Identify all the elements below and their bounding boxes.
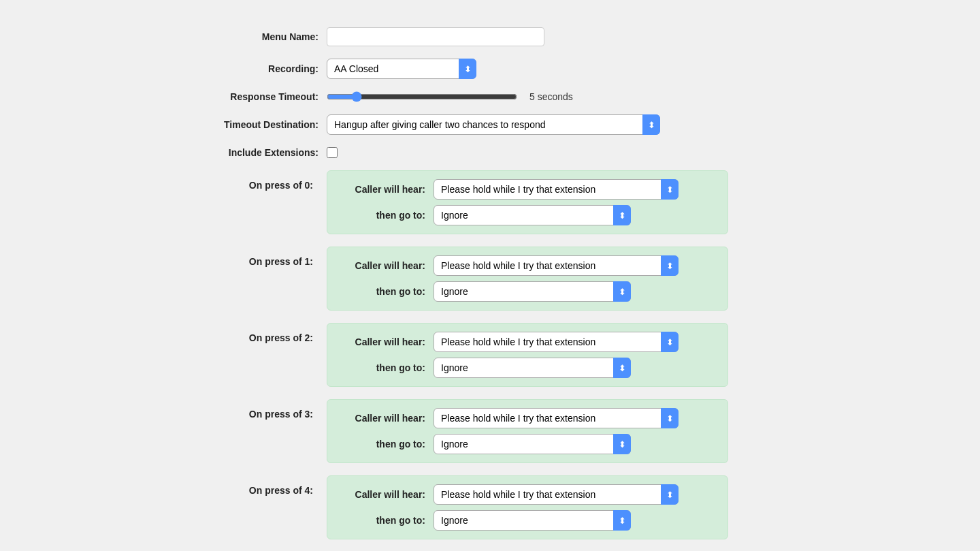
press-card-2: Caller will hear: Please hold while I tr…: [327, 323, 728, 387]
include-extensions-row: Include Extensions:: [177, 147, 803, 158]
press-card-0: Caller will hear: Please hold while I tr…: [327, 170, 728, 234]
press-section-2: On press of 2: Caller will hear: Please …: [177, 323, 803, 387]
then-goto-select-wrapper-0: IgnoreTransferVoicemailHangup: [434, 205, 631, 225]
caller-hear-row-0: Caller will hear: Please hold while I tr…: [338, 179, 717, 200]
include-extensions-control: [327, 147, 803, 158]
response-timeout-control: 5 seconds: [327, 91, 803, 102]
response-timeout-row: Response Timeout: 5 seconds: [177, 91, 803, 102]
press-label-0: On press of 0:: [177, 170, 327, 191]
caller-hear-row-1: Caller will hear: Please hold while I tr…: [338, 255, 717, 276]
then-goto-label-4: then go to:: [338, 515, 434, 526]
then-goto-select-3[interactable]: IgnoreTransferVoicemailHangup: [434, 434, 631, 454]
recording-select[interactable]: AA Closed AA Open AA After Hours: [327, 59, 476, 79]
menu-name-row: Menu Name:: [177, 27, 803, 46]
timeout-destination-select[interactable]: Hangup after giving caller two chances t…: [327, 114, 660, 135]
press-section-4: On press of 4: Caller will hear: Please …: [177, 475, 803, 539]
press-section-3: On press of 3: Caller will hear: Please …: [177, 399, 803, 463]
caller-hear-select-3[interactable]: Please hold while I try that extensionPl…: [434, 408, 679, 428]
then-goto-select-4[interactable]: IgnoreTransferVoicemailHangup: [434, 510, 631, 531]
caller-hear-select-wrapper-3: Please hold while I try that extensionPl…: [434, 408, 679, 428]
menu-name-label: Menu Name:: [177, 31, 327, 42]
caller-hear-select-2[interactable]: Please hold while I try that extensionPl…: [434, 332, 679, 352]
caller-hear-row-2: Caller will hear: Please hold while I tr…: [338, 332, 717, 352]
caller-hear-label-3: Caller will hear:: [338, 413, 434, 424]
press-label-1: On press of 1:: [177, 247, 327, 267]
then-goto-label-1: then go to:: [338, 286, 434, 297]
then-goto-row-3: then go to: IgnoreTransferVoicemailHangu…: [338, 434, 717, 454]
caller-hear-label-0: Caller will hear:: [338, 184, 434, 195]
then-goto-label-0: then go to:: [338, 210, 434, 221]
menu-name-input[interactable]: [327, 27, 544, 46]
caller-hear-row-4: Caller will hear: Please hold while I tr…: [338, 484, 717, 505]
press-card-4: Caller will hear: Please hold while I tr…: [327, 475, 728, 539]
recording-select-wrapper: AA Closed AA Open AA After Hours: [327, 59, 476, 79]
then-goto-select-wrapper-3: IgnoreTransferVoicemailHangup: [434, 434, 631, 454]
then-goto-select-wrapper-2: IgnoreTransferVoicemailHangup: [434, 358, 631, 378]
caller-hear-select-wrapper-4: Please hold while I try that extensionPl…: [434, 484, 679, 505]
timeout-destination-control: Hangup after giving caller two chances t…: [327, 114, 803, 135]
caller-hear-row-3: Caller will hear: Please hold while I tr…: [338, 408, 717, 428]
timeout-destination-row: Timeout Destination: Hangup after giving…: [177, 114, 803, 135]
response-timeout-value: 5 seconds: [529, 91, 573, 102]
then-goto-row-4: then go to: IgnoreTransferVoicemailHangu…: [338, 510, 717, 531]
include-extensions-label: Include Extensions:: [177, 147, 327, 158]
recording-row: Recording: AA Closed AA Open AA After Ho…: [177, 59, 803, 79]
timeout-destination-label: Timeout Destination:: [177, 119, 327, 130]
caller-hear-label-4: Caller will hear:: [338, 489, 434, 500]
press-section-1: On press of 1: Caller will hear: Please …: [177, 247, 803, 311]
then-goto-select-1[interactable]: IgnoreTransferVoicemailHangup: [434, 281, 631, 302]
then-goto-row-1: then go to: IgnoreTransferVoicemailHangu…: [338, 281, 717, 302]
then-goto-row-0: then go to: IgnoreTransferVoicemailHangu…: [338, 205, 717, 225]
then-goto-select-2[interactable]: IgnoreTransferVoicemailHangup: [434, 358, 631, 378]
press-sections-container: On press of 0: Caller will hear: Please …: [177, 170, 803, 539]
response-timeout-slider[interactable]: [327, 91, 517, 102]
then-goto-select-wrapper-1: IgnoreTransferVoicemailHangup: [434, 281, 631, 302]
then-goto-label-2: then go to:: [338, 362, 434, 373]
timeout-dest-select-wrapper: Hangup after giving caller two chances t…: [327, 114, 660, 135]
press-card-1: Caller will hear: Please hold while I tr…: [327, 247, 728, 311]
caller-hear-select-wrapper-1: Please hold while I try that extensionPl…: [434, 255, 679, 276]
menu-name-control: [327, 27, 803, 46]
then-goto-label-3: then go to:: [338, 439, 434, 450]
recording-label: Recording:: [177, 63, 327, 74]
then-goto-select-0[interactable]: IgnoreTransferVoicemailHangup: [434, 205, 631, 225]
recording-control: AA Closed AA Open AA After Hours: [327, 59, 803, 79]
press-label-4: On press of 4:: [177, 475, 327, 496]
press-label-3: On press of 3:: [177, 399, 327, 420]
include-extensions-checkbox[interactable]: [327, 147, 338, 158]
caller-hear-select-wrapper-2: Please hold while I try that extensionPl…: [434, 332, 679, 352]
caller-hear-select-1[interactable]: Please hold while I try that extensionPl…: [434, 255, 679, 276]
caller-hear-select-wrapper-0: Please hold while I try that extensionPl…: [434, 179, 679, 200]
then-goto-select-wrapper-4: IgnoreTransferVoicemailHangup: [434, 510, 631, 531]
then-goto-row-2: then go to: IgnoreTransferVoicemailHangu…: [338, 358, 717, 378]
caller-hear-label-2: Caller will hear:: [338, 336, 434, 347]
caller-hear-select-0[interactable]: Please hold while I try that extensionPl…: [434, 179, 679, 200]
response-timeout-label: Response Timeout:: [177, 91, 327, 102]
press-section-0: On press of 0: Caller will hear: Please …: [177, 170, 803, 234]
form-wrapper: Menu Name: Recording: AA Closed AA Open …: [177, 27, 803, 539]
caller-hear-label-1: Caller will hear:: [338, 260, 434, 271]
caller-hear-select-4[interactable]: Please hold while I try that extensionPl…: [434, 484, 679, 505]
page-container: Menu Name: Recording: AA Closed AA Open …: [0, 0, 980, 551]
press-label-2: On press of 2:: [177, 323, 327, 343]
press-card-3: Caller will hear: Please hold while I tr…: [327, 399, 728, 463]
